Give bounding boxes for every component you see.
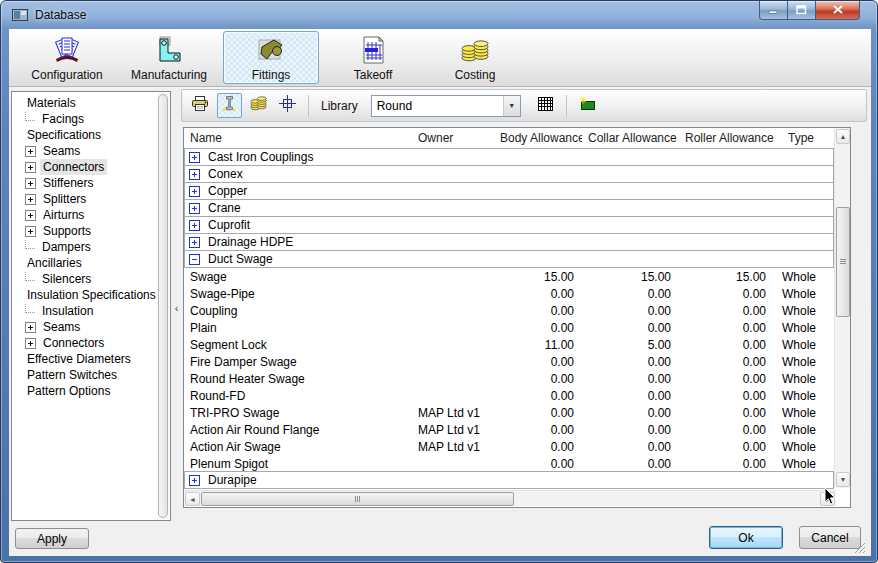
tree-expander-icon[interactable]: [25, 210, 36, 221]
expand-icon[interactable]: [189, 186, 200, 197]
coins-button[interactable]: [246, 93, 271, 118]
tree-expander-icon[interactable]: [25, 162, 36, 173]
table-row-tri-pro-swage[interactable]: TRI-PRO Swage MAP Ltd v1 0.00 0.00 0.00 …: [184, 404, 834, 421]
tree-leaf-connector[interactable]: [25, 272, 35, 281]
scroll-right-icon[interactable]: ►: [820, 492, 835, 506]
crosshair-grid-button[interactable]: [275, 93, 300, 118]
expand-icon[interactable]: [189, 220, 200, 231]
table-row-action-air-swage[interactable]: Action Air Swage MAP Ltd v1 0.00 0.00 0.…: [184, 438, 834, 455]
tree-expander-icon[interactable]: [25, 338, 36, 349]
close-button[interactable]: [815, 1, 860, 20]
ribbon-item-manufacturing[interactable]: Manufacturing: [121, 31, 217, 84]
new-library-button[interactable]: [575, 93, 600, 118]
tree-expander-icon[interactable]: [25, 322, 36, 333]
splitter-collapse-button[interactable]: [172, 295, 181, 321]
sidebar-item-materials[interactable]: Materials: [12, 95, 170, 111]
sidebar-item-splitters[interactable]: Splitters: [12, 191, 170, 207]
sidebar-item-pattern-switches[interactable]: Pattern Switches: [12, 367, 170, 383]
tree-scrollbar[interactable]: [157, 93, 169, 519]
ribbon-item-configuration[interactable]: Configuration: [19, 31, 115, 84]
table-row-swage-pipe[interactable]: Swage-Pipe 0.00 0.00 0.00 Whole: [184, 285, 834, 302]
apply-button[interactable]: Apply: [15, 528, 89, 549]
sidebar-item-supports[interactable]: Supports: [12, 223, 170, 239]
ribbon-item-costing[interactable]: Costing: [427, 31, 523, 84]
toolbar-button-group: [188, 93, 300, 118]
tree-scrollbar-thumb[interactable]: [158, 94, 168, 518]
ribbon-item-takeoff[interactable]: Takeoff: [325, 31, 421, 84]
sidebar-item-seams[interactable]: Seams: [12, 143, 170, 159]
scroll-up-icon[interactable]: ▲: [836, 129, 850, 144]
sidebar-item-silencers[interactable]: Silencers: [12, 271, 170, 287]
sidebar-item-facings[interactable]: Facings: [12, 111, 170, 127]
sidebar-item-insulation-specifications[interactable]: Insulation Specifications: [12, 287, 170, 303]
library-dropdown[interactable]: Round ▼: [371, 95, 521, 117]
sidebar-item-ancillaries[interactable]: Ancillaries: [12, 255, 170, 271]
group-row-cuprofit[interactable]: Cuprofit: [184, 216, 834, 234]
horizontal-scrollbar-thumb[interactable]: [201, 492, 514, 506]
sidebar-item-airturns[interactable]: Airturns: [12, 207, 170, 223]
table-row-swage[interactable]: Swage 15.00 15.00 15.00 Whole: [184, 268, 834, 285]
minimize-button[interactable]: [759, 1, 788, 20]
grid-view-button[interactable]: [533, 93, 558, 118]
ribbon-item-fittings[interactable]: Fittings: [223, 31, 319, 84]
sidebar-item-effective-diameters[interactable]: Effective Diameters: [12, 351, 170, 367]
group-row-conex[interactable]: Conex: [184, 165, 834, 183]
group-row-durapipe[interactable]: Durapipe: [184, 471, 834, 489]
table-row-action-air-round-flange[interactable]: Action Air Round Flange MAP Ltd v1 0.00 …: [184, 421, 834, 438]
chevron-down-icon[interactable]: ▼: [503, 96, 520, 116]
sidebar-item-insulation[interactable]: Insulation: [12, 303, 170, 319]
expand-icon[interactable]: [189, 152, 200, 163]
table-row-coupling[interactable]: Coupling 0.00 0.00 0.00 Whole: [184, 302, 834, 319]
table-row-segment-lock[interactable]: Segment Lock 11.00 5.00 0.00 Whole: [184, 336, 834, 353]
vertical-scrollbar[interactable]: ▲ ▼: [834, 128, 850, 488]
table-row-round-fd[interactable]: Round-FD 0.00 0.00 0.00 Whole: [184, 387, 834, 404]
print-button[interactable]: [188, 93, 213, 118]
sidebar-item-label: Ancillaries: [24, 255, 85, 271]
column-header-owner[interactable]: Owner: [412, 131, 494, 145]
tree-leaf-connector[interactable]: [25, 304, 35, 313]
expand-icon[interactable]: [189, 237, 200, 248]
collapse-icon[interactable]: [189, 254, 200, 265]
tree-expander-icon[interactable]: [25, 194, 36, 205]
sidebar-item-specifications[interactable]: Specifications: [12, 127, 170, 143]
group-row-drainage-hdpe[interactable]: Drainage HDPE: [184, 233, 834, 251]
titlebar[interactable]: Database: [1, 1, 877, 29]
group-row-copper[interactable]: Copper: [184, 182, 834, 200]
group-row-cast-iron-couplings[interactable]: Cast Iron Couplings: [184, 148, 834, 166]
tree-expander-icon[interactable]: [25, 178, 36, 189]
tree-leaf-connector[interactable]: [25, 112, 35, 121]
column-header-type[interactable]: Type: [774, 131, 828, 145]
scroll-left-icon[interactable]: ◄: [185, 492, 200, 506]
column-header-name[interactable]: Name: [184, 131, 412, 145]
sidebar-item-dampers[interactable]: Dampers: [12, 239, 170, 255]
maximize-button[interactable]: [788, 1, 815, 20]
sidebar-item-label: Dampers: [39, 239, 94, 255]
expand-icon[interactable]: [189, 475, 200, 486]
column-header-roller-allowance[interactable]: Roller Allowance: [679, 131, 774, 145]
tree-leaf-connector[interactable]: [25, 240, 35, 249]
column-header-body-allowance[interactable]: Body Allowance: [494, 131, 582, 145]
expand-icon[interactable]: [189, 169, 200, 180]
table-row-fire-damper-swage[interactable]: Fire Damper Swage 0.00 0.00 0.00 Whole: [184, 353, 834, 370]
sidebar-item-connectors[interactable]: Connectors: [12, 335, 170, 351]
expand-icon[interactable]: [189, 203, 200, 214]
resize-grip[interactable]: [852, 540, 867, 555]
tree-expander-icon[interactable]: [25, 226, 36, 237]
group-row-duct-swage[interactable]: Duct Swage: [184, 250, 834, 268]
ok-button[interactable]: Ok: [709, 526, 783, 549]
sidebar-item-connectors[interactable]: Connectors: [12, 159, 170, 175]
table-row-round-heater-swage[interactable]: Round Heater Swage 0.00 0.00 0.00 Whole: [184, 370, 834, 387]
sidebar-item-seams[interactable]: Seams: [12, 319, 170, 335]
table-row-plenum-spigot[interactable]: Plenum Spigot 0.00 0.00 0.00 Whole: [184, 455, 834, 472]
tree-expander-icon[interactable]: [25, 146, 36, 157]
horizontal-scrollbar[interactable]: ◄ ►: [184, 490, 836, 506]
fitting-tool-button[interactable]: [217, 93, 242, 118]
table-row-plain[interactable]: Plain 0.00 0.00 0.00 Whole: [184, 319, 834, 336]
column-header-collar-allowance[interactable]: Collar Allowance: [582, 131, 679, 145]
sidebar-item-pattern-options[interactable]: Pattern Options: [12, 383, 170, 399]
sidebar-item-stiffeners[interactable]: Stiffeners: [12, 175, 170, 191]
coins-icon: [250, 96, 267, 115]
scroll-down-icon[interactable]: ▼: [836, 472, 850, 487]
vertical-scrollbar-thumb[interactable]: [836, 207, 850, 317]
group-row-crane[interactable]: Crane: [184, 199, 834, 217]
